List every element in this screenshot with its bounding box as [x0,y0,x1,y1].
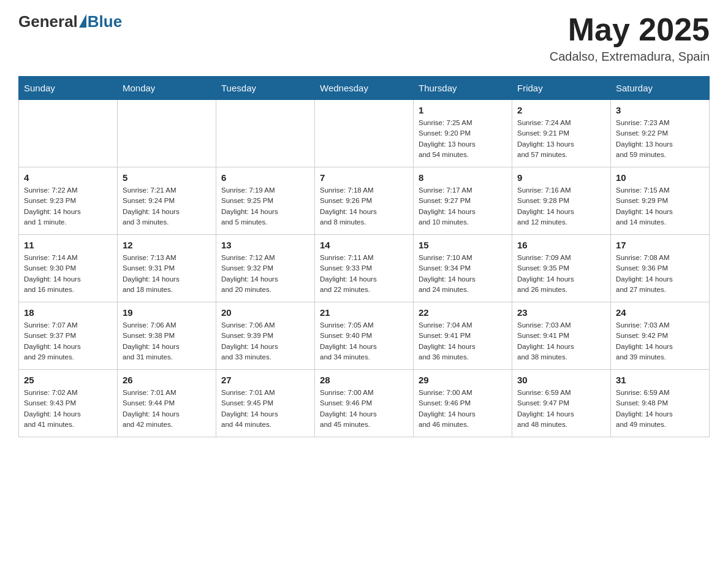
calendar-cell: 8Sunrise: 7:17 AMSunset: 9:27 PMDaylight… [414,167,512,235]
day-info: Sunrise: 7:14 AMSunset: 9:30 PMDaylight:… [24,253,112,295]
day-info: Sunrise: 7:03 AMSunset: 9:42 PMDaylight:… [616,320,704,362]
day-number: 9 [517,172,605,183]
logo-general-text: General [18,12,78,31]
day-info: Sunrise: 7:09 AMSunset: 9:35 PMDaylight:… [517,253,605,295]
day-info: Sunrise: 7:15 AMSunset: 9:29 PMDaylight:… [616,185,704,228]
calendar-cell: 17Sunrise: 7:08 AMSunset: 9:36 PMDayligh… [611,235,710,302]
day-number: 1 [419,105,507,115]
day-info: Sunrise: 6:59 AMSunset: 9:48 PMDaylight:… [616,388,704,430]
day-info: Sunrise: 7:06 AMSunset: 9:38 PMDaylight:… [123,320,211,362]
calendar-cell [216,100,315,167]
calendar-header-monday: Monday [118,77,216,100]
day-info: Sunrise: 7:16 AMSunset: 9:28 PMDaylight:… [517,185,605,228]
calendar-header-thursday: Thursday [414,77,512,100]
day-number: 13 [221,240,309,250]
calendar-cell [315,100,414,167]
calendar-header-row: SundayMondayTuesdayWednesdayThursdayFrid… [19,77,710,100]
calendar-cell: 9Sunrise: 7:16 AMSunset: 9:28 PMDaylight… [512,167,611,235]
calendar-cell: 14Sunrise: 7:11 AMSunset: 9:33 PMDayligh… [315,235,414,302]
day-info: Sunrise: 7:22 AMSunset: 9:23 PMDaylight:… [24,185,112,228]
calendar-cell: 26Sunrise: 7:01 AMSunset: 9:44 PMDayligh… [118,370,216,437]
day-number: 4 [24,172,112,183]
day-info: Sunrise: 7:12 AMSunset: 9:32 PMDaylight:… [221,253,309,295]
calendar-cell: 12Sunrise: 7:13 AMSunset: 9:31 PMDayligh… [118,235,216,302]
day-info: Sunrise: 7:04 AMSunset: 9:41 PMDaylight:… [419,320,507,362]
logo: General Blue [18,12,122,31]
day-info: Sunrise: 7:19 AMSunset: 9:25 PMDaylight:… [221,185,309,228]
calendar-cell: 15Sunrise: 7:10 AMSunset: 9:34 PMDayligh… [414,235,512,302]
day-info: Sunrise: 7:18 AMSunset: 9:26 PMDaylight:… [320,185,408,228]
day-info: Sunrise: 7:00 AMSunset: 9:46 PMDaylight:… [419,388,507,430]
day-info: Sunrise: 7:01 AMSunset: 9:45 PMDaylight:… [221,388,309,430]
day-number: 25 [24,375,112,385]
day-number: 18 [24,307,112,318]
day-info: Sunrise: 7:21 AMSunset: 9:24 PMDaylight:… [123,185,211,228]
calendar-cell: 6Sunrise: 7:19 AMSunset: 9:25 PMDaylight… [216,167,315,235]
calendar-cell: 3Sunrise: 7:23 AMSunset: 9:22 PMDaylight… [611,100,710,167]
calendar-cell: 2Sunrise: 7:24 AMSunset: 9:21 PMDaylight… [512,100,611,167]
calendar-cell: 7Sunrise: 7:18 AMSunset: 9:26 PMDaylight… [315,167,414,235]
calendar-header-tuesday: Tuesday [216,77,315,100]
day-info: Sunrise: 7:13 AMSunset: 9:31 PMDaylight:… [123,253,211,295]
day-info: Sunrise: 7:00 AMSunset: 9:46 PMDaylight:… [320,388,408,430]
day-number: 26 [123,375,211,385]
day-number: 31 [616,375,704,385]
calendar-table: SundayMondayTuesdayWednesdayThursdayFrid… [18,76,710,437]
page-header: General Blue May 2025 Cadalso, Extremadu… [18,12,710,64]
calendar-cell: 29Sunrise: 7:00 AMSunset: 9:46 PMDayligh… [414,370,512,437]
day-info: Sunrise: 7:05 AMSunset: 9:40 PMDaylight:… [320,320,408,362]
day-number: 28 [320,375,408,385]
calendar-cell: 13Sunrise: 7:12 AMSunset: 9:32 PMDayligh… [216,235,315,302]
day-number: 12 [123,240,211,250]
calendar-cell: 27Sunrise: 7:01 AMSunset: 9:45 PMDayligh… [216,370,315,437]
day-info: Sunrise: 7:01 AMSunset: 9:44 PMDaylight:… [123,388,211,430]
calendar-header-sunday: Sunday [19,77,118,100]
day-info: Sunrise: 7:08 AMSunset: 9:36 PMDaylight:… [616,253,704,295]
day-number: 20 [221,307,309,318]
week-row-1: 1Sunrise: 7:25 AMSunset: 9:20 PMDaylight… [19,100,710,167]
day-number: 2 [517,105,605,115]
calendar-cell: 1Sunrise: 7:25 AMSunset: 9:20 PMDaylight… [414,100,512,167]
calendar-header-friday: Friday [512,77,611,100]
week-row-2: 4Sunrise: 7:22 AMSunset: 9:23 PMDaylight… [19,167,710,235]
day-number: 29 [419,375,507,385]
calendar-header-wednesday: Wednesday [315,77,414,100]
day-number: 7 [320,172,408,183]
day-number: 21 [320,307,408,318]
calendar-cell: 10Sunrise: 7:15 AMSunset: 9:29 PMDayligh… [611,167,710,235]
calendar-cell: 11Sunrise: 7:14 AMSunset: 9:30 PMDayligh… [19,235,118,302]
calendar-cell: 31Sunrise: 6:59 AMSunset: 9:48 PMDayligh… [611,370,710,437]
calendar-cell: 18Sunrise: 7:07 AMSunset: 9:37 PMDayligh… [19,302,118,370]
day-info: Sunrise: 7:11 AMSunset: 9:33 PMDaylight:… [320,253,408,295]
calendar-cell: 24Sunrise: 7:03 AMSunset: 9:42 PMDayligh… [611,302,710,370]
day-info: Sunrise: 7:10 AMSunset: 9:34 PMDaylight:… [419,253,507,295]
location-subtitle: Cadalso, Extremadura, Spain [550,50,710,64]
day-number: 14 [320,240,408,250]
week-row-5: 25Sunrise: 7:02 AMSunset: 9:43 PMDayligh… [19,370,710,437]
calendar-cell: 22Sunrise: 7:04 AMSunset: 9:41 PMDayligh… [414,302,512,370]
calendar-cell: 30Sunrise: 6:59 AMSunset: 9:47 PMDayligh… [512,370,611,437]
calendar-header-saturday: Saturday [611,77,710,100]
calendar-cell: 25Sunrise: 7:02 AMSunset: 9:43 PMDayligh… [19,370,118,437]
day-info: Sunrise: 7:25 AMSunset: 9:20 PMDaylight:… [419,118,507,160]
day-info: Sunrise: 7:07 AMSunset: 9:37 PMDaylight:… [24,320,112,362]
calendar-cell: 5Sunrise: 7:21 AMSunset: 9:24 PMDaylight… [118,167,216,235]
day-number: 16 [517,240,605,250]
calendar-cell: 16Sunrise: 7:09 AMSunset: 9:35 PMDayligh… [512,235,611,302]
day-info: Sunrise: 7:03 AMSunset: 9:41 PMDaylight:… [517,320,605,362]
day-number: 24 [616,307,704,318]
day-info: Sunrise: 7:02 AMSunset: 9:43 PMDaylight:… [24,388,112,430]
calendar-cell: 21Sunrise: 7:05 AMSunset: 9:40 PMDayligh… [315,302,414,370]
calendar-cell: 28Sunrise: 7:00 AMSunset: 9:46 PMDayligh… [315,370,414,437]
day-number: 5 [123,172,211,183]
day-number: 22 [419,307,507,318]
day-info: Sunrise: 6:59 AMSunset: 9:47 PMDaylight:… [517,388,605,430]
day-number: 19 [123,307,211,318]
day-number: 6 [221,172,309,183]
main-title: May 2025 [550,12,710,47]
calendar-cell: 4Sunrise: 7:22 AMSunset: 9:23 PMDaylight… [19,167,118,235]
day-number: 23 [517,307,605,318]
logo-triangle-icon [79,14,86,28]
day-number: 11 [24,240,112,250]
calendar-cell: 19Sunrise: 7:06 AMSunset: 9:38 PMDayligh… [118,302,216,370]
